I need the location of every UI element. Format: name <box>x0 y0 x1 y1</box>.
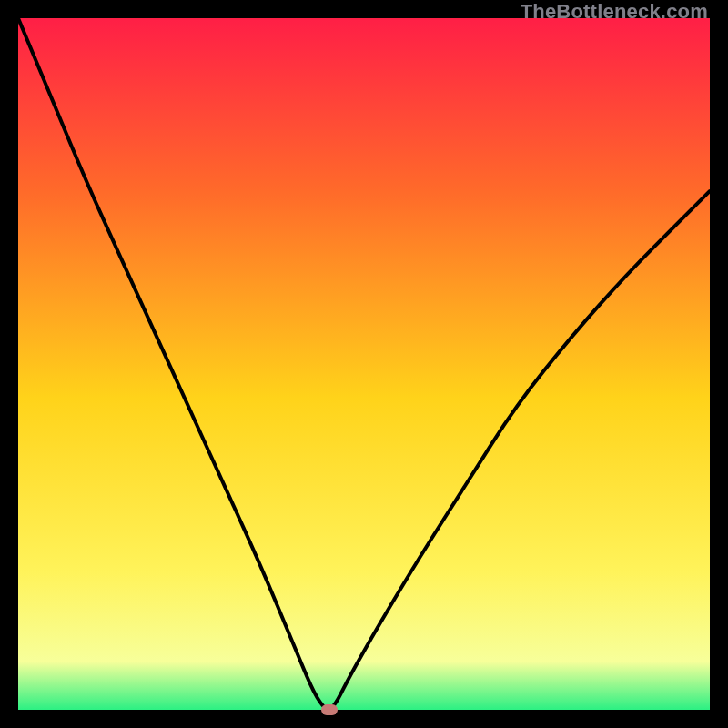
bottleneck-chart <box>18 18 710 710</box>
optimal-point-marker <box>321 704 338 715</box>
chart-frame <box>18 18 710 710</box>
gradient-background <box>18 18 710 710</box>
watermark-text: TheBottleneck.com <box>521 0 708 24</box>
